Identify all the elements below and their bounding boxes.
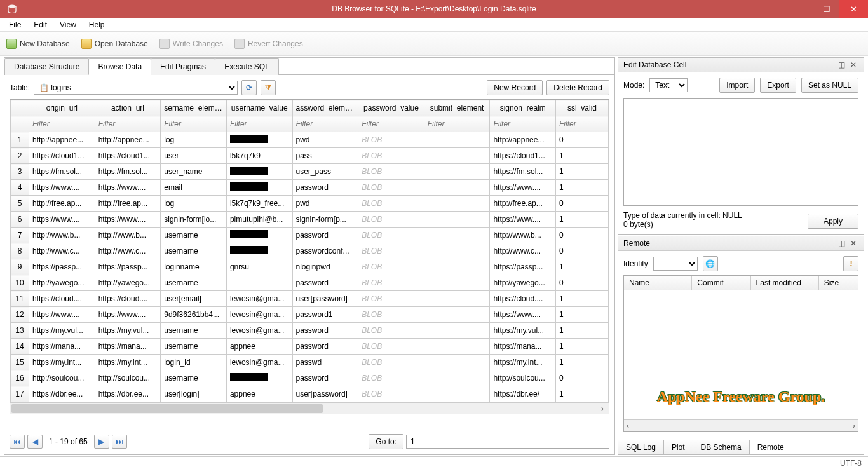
cell[interactable]: l5k7q7k9_free...	[226, 196, 292, 212]
filter-ssl_valid[interactable]	[559, 119, 605, 128]
cell[interactable]: https://cloud....	[95, 291, 161, 307]
panel-close-icon[interactable]: ✕	[848, 60, 858, 69]
set-null-button[interactable]: Set as NULL	[801, 78, 858, 93]
cell[interactable]: pass	[292, 148, 358, 164]
cell[interactable]: https://passp...	[95, 259, 161, 275]
cell[interactable]: https://cloud1...	[490, 148, 556, 164]
table-row[interactable]: 12https://www....https://www....9d9f3626…	[11, 307, 609, 323]
cell[interactable]	[424, 228, 490, 243]
identity-select[interactable]	[653, 257, 698, 271]
cell[interactable]	[424, 132, 490, 148]
filter-action_url[interactable]	[98, 119, 158, 128]
cell[interactable]: log	[161, 196, 227, 212]
cell[interactable]: http://soulcou...	[95, 370, 161, 386]
panel-float-icon[interactable]: ◫	[836, 60, 847, 69]
cell[interactable]: https://fm.sol...	[95, 164, 161, 180]
tab-pragmas[interactable]: Edit Pragmas	[151, 58, 215, 75]
cell[interactable]	[424, 196, 490, 212]
pager-last-button[interactable]: ⏭	[112, 435, 127, 449]
col-name[interactable]: Name	[624, 276, 692, 290]
table-row[interactable]: 5http://free.ap...http://free.ap...logl5…	[11, 196, 609, 212]
apply-button[interactable]: Apply	[808, 214, 858, 229]
cell[interactable]	[424, 307, 490, 323]
open-database-button[interactable]: Open Database	[81, 39, 148, 49]
cell[interactable]: BLOB	[358, 196, 424, 212]
cell[interactable]: 1	[556, 259, 609, 275]
table-row[interactable]: 3https://fm.sol...https://fm.sol...user_…	[11, 164, 609, 180]
cell[interactable]: https://my.int...	[490, 355, 556, 370]
col-username_value[interactable]: username_value	[226, 100, 292, 116]
cell[interactable]: BLOB	[358, 148, 424, 164]
cell[interactable]: password	[292, 275, 358, 291]
new-database-button[interactable]: New Database	[6, 39, 70, 49]
cell[interactable]: username	[161, 228, 227, 243]
table-row[interactable]: 15https://my.int...https://my.int...logi…	[11, 355, 609, 370]
cell[interactable]	[424, 355, 490, 370]
cell[interactable]	[424, 212, 490, 228]
table-row[interactable]: 7http://www.b...http://www.b...usernamep…	[11, 228, 609, 243]
new-record-button[interactable]: New Record	[487, 80, 543, 95]
cell[interactable]: pwd	[292, 132, 358, 148]
table-row[interactable]: 17https://dbr.ee...https://dbr.ee...user…	[11, 386, 609, 402]
cell[interactable]: 1	[556, 291, 609, 307]
cell[interactable]: password	[292, 323, 358, 339]
col-action_url[interactable]: action_url	[95, 100, 161, 116]
remote-table[interactable]: Name Commit Last modified Size AppNee Fr…	[623, 275, 858, 432]
menu-view[interactable]: View	[53, 19, 83, 31]
cell[interactable]: 1	[556, 339, 609, 355]
cell[interactable]: 9d9f36261bb4...	[161, 307, 227, 323]
cell[interactable]: https://cloud1...	[95, 148, 161, 164]
cell[interactable]: 0	[556, 370, 609, 386]
cell[interactable]: user[login]	[161, 386, 227, 402]
cell[interactable]: https://mana...	[490, 339, 556, 355]
cell[interactable]: lewosin@gma...	[226, 307, 292, 323]
cell[interactable]: BLOB	[358, 275, 424, 291]
col-commit[interactable]: Commit	[692, 276, 750, 290]
cell[interactable]: BLOB	[358, 132, 424, 148]
cell[interactable]	[424, 339, 490, 355]
table-row[interactable]: 13https://my.vul...https://my.vul...user…	[11, 323, 609, 339]
cell[interactable]: https://www....	[29, 307, 95, 323]
cell[interactable]: 1	[556, 323, 609, 339]
col-password_value[interactable]: password_value	[358, 100, 424, 116]
cell[interactable]: BLOB	[358, 180, 424, 196]
cell[interactable]: https://my.vul...	[29, 323, 95, 339]
filter-submit_element[interactable]	[428, 119, 487, 128]
cell[interactable]: 1	[556, 164, 609, 180]
cell[interactable]	[424, 291, 490, 307]
table-row[interactable]: 2https://cloud1...https://cloud1...userl…	[11, 148, 609, 164]
cell[interactable]: appnee	[226, 386, 292, 402]
write-changes-button[interactable]: Write Changes	[159, 39, 223, 49]
menu-file[interactable]: File	[3, 19, 27, 31]
cell[interactable]: 1	[556, 355, 609, 370]
cell[interactable]: user[password]	[292, 386, 358, 402]
cell[interactable]: http://yawego...	[95, 275, 161, 291]
menu-edit[interactable]: Edit	[27, 19, 53, 31]
cell[interactable]: BLOB	[358, 164, 424, 180]
cell[interactable]: user	[161, 148, 227, 164]
cell[interactable]: username	[161, 323, 227, 339]
filter-sername_element[interactable]	[164, 119, 223, 128]
cell[interactable]: password	[292, 370, 358, 386]
cell[interactable]: http://appnee...	[29, 132, 95, 148]
grid-hscroll[interactable]: ›	[10, 402, 609, 414]
table-row[interactable]: 10http://yawego...http://yawego...userna…	[11, 275, 609, 291]
cell[interactable]: http://www.b...	[95, 228, 161, 243]
cell[interactable]	[424, 259, 490, 275]
cell[interactable]: user_name	[161, 164, 227, 180]
cell[interactable]: username	[161, 275, 227, 291]
tab-browse-data[interactable]: Browse Data	[88, 58, 151, 75]
cell[interactable]	[424, 164, 490, 180]
col-lastmod[interactable]: Last modified	[751, 276, 819, 290]
cell[interactable]: l5k7q7k9	[226, 148, 292, 164]
cell[interactable]: user_pass	[292, 164, 358, 180]
cell[interactable]: https://www....	[29, 212, 95, 228]
cell[interactable]: 0	[556, 228, 609, 243]
cell[interactable]: signin-form[lo...	[161, 212, 227, 228]
cell[interactable]: pwd	[292, 196, 358, 212]
cell[interactable]: lewosin@gma...	[226, 291, 292, 307]
cell[interactable]: https://passp...	[490, 259, 556, 275]
clear-filter-button[interactable]: ⧩	[261, 80, 276, 95]
menu-help[interactable]: Help	[83, 19, 111, 31]
cell[interactable]: http://www.b...	[29, 228, 95, 243]
